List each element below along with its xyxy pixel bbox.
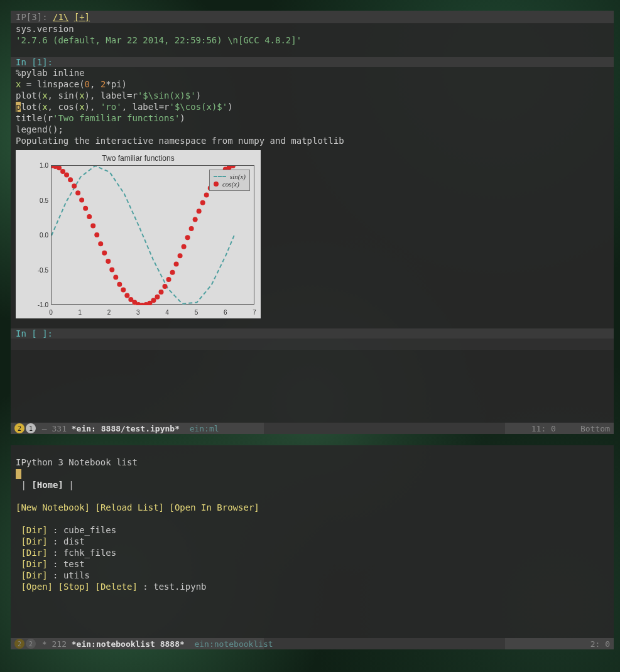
badge-2-dim-icon: 2 xyxy=(14,639,24,649)
svg-point-14 xyxy=(102,251,107,256)
empty-cell[interactable] xyxy=(11,339,614,350)
svg-point-31 xyxy=(166,277,171,282)
svg-point-34 xyxy=(178,253,183,258)
plot-axes: sin(x) cos(x) xyxy=(51,165,254,305)
open-file-button[interactable]: [Open] xyxy=(21,582,53,592)
svg-point-41 xyxy=(204,193,209,198)
delete-file-button[interactable]: [Delete] xyxy=(95,582,137,592)
svg-point-38 xyxy=(193,217,198,222)
legend-line-icon xyxy=(214,176,226,177)
add-tab[interactable]: [+] xyxy=(74,12,90,22)
svg-point-11 xyxy=(90,223,95,228)
svg-point-4 xyxy=(64,172,69,177)
svg-point-2 xyxy=(57,166,62,170)
svg-point-39 xyxy=(197,209,202,214)
major-mode-2: ein:notebooklist xyxy=(185,639,273,649)
svg-point-8 xyxy=(79,197,84,202)
svg-point-12 xyxy=(94,232,99,237)
stop-file-button[interactable]: [Stop] xyxy=(58,582,90,592)
tab-indicator[interactable]: /1\ xyxy=(53,12,68,22)
svg-point-5 xyxy=(68,177,73,182)
modeline-top: 21 – 331 *ein: 8888/test.ipynb* ein:ml11… xyxy=(11,423,614,434)
new-notebook-button[interactable]: [New Notebook] xyxy=(16,502,90,512)
svg-point-15 xyxy=(106,259,111,264)
svg-point-18 xyxy=(117,282,122,287)
buffer-name: *ein: 8888/test.ipynb* xyxy=(72,424,180,433)
svg-point-27 xyxy=(151,298,156,303)
legend-dot-icon xyxy=(214,182,219,187)
svg-point-20 xyxy=(124,293,129,298)
svg-point-16 xyxy=(109,267,114,272)
dir-link[interactable]: [Dir] xyxy=(21,536,47,546)
plot-output: Two familiar functions sin(x) cos(x) -1.… xyxy=(16,150,261,318)
svg-point-37 xyxy=(189,226,194,231)
svg-point-3 xyxy=(60,169,65,174)
reload-list-button[interactable]: [Reload List] xyxy=(95,502,164,512)
svg-point-6 xyxy=(72,183,77,188)
home-link[interactable]: [Home] xyxy=(31,480,63,490)
badge-1-icon: 1 xyxy=(26,423,36,433)
legend-entry-cos: cos(x) xyxy=(222,180,239,188)
dir-link[interactable]: [Dir] xyxy=(21,525,47,535)
legend-entry-sin: sin(x) xyxy=(230,173,246,180)
svg-point-35 xyxy=(182,244,187,249)
svg-point-29 xyxy=(158,290,163,295)
ip-label: IP[3]: xyxy=(16,12,53,22)
svg-point-33 xyxy=(174,262,179,267)
major-mode: ein:ml xyxy=(180,424,219,433)
svg-point-19 xyxy=(121,288,126,293)
dir-link[interactable]: [Dir] xyxy=(21,570,47,580)
svg-point-30 xyxy=(163,284,168,289)
chart-title: Two familiar functions xyxy=(16,154,261,163)
svg-point-7 xyxy=(75,190,80,195)
cursor-pos: 11: 0 xyxy=(531,424,556,433)
output-cell-0: sys.version '2.7.6 (default, Mar 22 2014… xyxy=(11,23,614,46)
modeline-bottom: 22 * 212 *ein:notebooklist 8888* ein:not… xyxy=(11,638,614,649)
dir-link[interactable]: [Dir] xyxy=(21,548,47,558)
open-in-browser-button[interactable]: [Open In Browser] xyxy=(169,502,259,512)
cursor-pos-2: 2: 0 xyxy=(590,639,610,649)
input-prompt-empty: In [ ]: xyxy=(11,328,614,339)
svg-point-28 xyxy=(155,295,160,300)
cursor-nblist xyxy=(16,469,21,479)
notebook-pane: IP[3]: /1\ [+] sys.version '2.7.6 (defau… xyxy=(11,11,614,434)
badge-2-dim2-icon: 2 xyxy=(26,639,36,649)
svg-point-36 xyxy=(185,235,190,240)
nblist-title: IPython 3 Notebook list xyxy=(16,457,138,467)
svg-point-17 xyxy=(113,275,118,280)
legend: sin(x) cos(x) xyxy=(209,170,250,191)
input-prompt-1: In [1]: xyxy=(11,57,614,67)
notebooklist-pane: IPython 3 Notebook list | [Home] | [New … xyxy=(11,445,614,649)
scroll-pos: Bottom xyxy=(580,424,610,433)
badge-2-icon: 2 xyxy=(14,423,24,433)
buffer-header: IP[3]: /1\ [+] xyxy=(11,11,614,23)
buffer-name-2: *ein:notebooklist 8888* xyxy=(72,639,185,649)
svg-point-9 xyxy=(83,206,88,211)
svg-point-13 xyxy=(98,241,103,246)
svg-point-10 xyxy=(87,214,92,219)
svg-point-40 xyxy=(200,200,205,205)
svg-point-32 xyxy=(170,270,175,275)
code-cell-1[interactable]: %pylab inline x = linspace(0, 2*pi) plot… xyxy=(11,67,614,146)
dir-link[interactable]: [Dir] xyxy=(21,559,47,569)
